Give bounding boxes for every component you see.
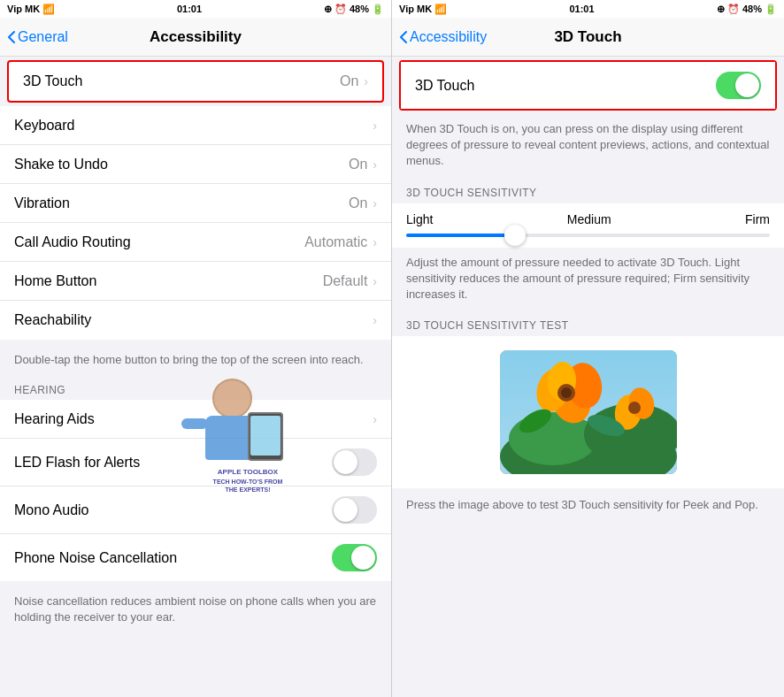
right-3d-touch-toggle[interactable] [716,72,761,99]
vibration-label: Vibration [14,195,349,211]
right-status-bar: Vip MK 📶 01:01 ⊕ ⏰ 48% 🔋 [392,0,784,18]
sensitivity-slider[interactable] [406,234,770,237]
left-nav-title: Accessibility [150,28,242,46]
right-alarm-icon: ⏰ [727,4,740,15]
shake-to-undo-label: Shake to Undo [14,157,349,172]
left-panel: Vip MK 📶 01:01 ⊕ ⏰ 48% 🔋 General Accessi… [0,0,392,697]
right-back-chevron-icon [399,30,408,44]
slider-thumb[interactable] [504,225,526,246]
right-status-right: ⊕ ⏰ 48% 🔋 [717,4,777,15]
hearing-aids-label: Hearing Aids [14,411,373,427]
sensitivity-test-section-header: 3D TOUCH SENSITIVITY TEST [392,311,784,336]
led-flash-toggle-knob [334,450,357,474]
sensitivity-test-label: 3D TOUCH SENSITIVITY TEST [406,319,569,332]
shake-to-undo-chevron-icon: › [373,157,377,172]
keyboard-row[interactable]: Keyboard › [0,106,391,145]
left-status-right: ⊕ ⏰ 48% 🔋 [324,4,384,15]
right-back-label: Accessibility [410,29,487,45]
right-3d-touch-label: 3D Touch [415,78,716,94]
keyboard-label: Keyboard [14,118,373,134]
call-audio-row[interactable]: Call Audio Routing Automatic › [0,223,391,262]
sensitivity-section-header: 3D TOUCH SENSITIVITY [392,179,784,203]
3d-touch-label: 3D Touch [23,73,340,89]
mono-audio-label: Mono Audio [14,502,332,518]
shake-to-undo-row[interactable]: Shake to Undo On › [0,145,391,184]
sensitivity-test-box [392,336,784,488]
hearing-aids-chevron-icon: › [373,412,377,426]
sensitivity-test-image[interactable] [500,350,677,474]
main-settings-group: Keyboard › Shake to Undo On › Vibration … [0,106,391,340]
right-time: 01:01 [569,4,594,14]
noise-note: Noise cancellation reduces ambient noise… [0,588,391,634]
right-back-button[interactable]: Accessibility [399,29,487,45]
right-nav-title: 3D Touch [554,28,621,46]
svg-point-2 [509,412,597,465]
reachability-label: Reachability [14,312,373,328]
flower-svg [500,350,677,474]
svg-point-9 [561,387,572,398]
mono-audio-row[interactable]: Mono Audio [0,486,391,534]
shake-to-undo-value: On [349,157,367,172]
svg-point-12 [628,402,641,414]
reachability-note: Double-tap the home button to bring the … [0,347,391,377]
call-audio-label: Call Audio Routing [14,234,304,250]
left-status-left: Vip MK 📶 [7,4,55,15]
left-back-label: General [18,29,68,45]
phone-noise-toggle-knob [351,546,375,570]
led-flash-row[interactable]: LED Flash for Alerts [0,439,391,486]
keyboard-chevron-icon: › [373,119,377,133]
3d-touch-value: On [340,73,358,89]
slider-labels: Light Medium Firm [406,212,770,226]
vibration-row[interactable]: Vibration On › [0,184,391,223]
left-nav-bar: General Accessibility [0,18,391,57]
right-status-left: Vip MK 📶 [399,4,447,15]
left-time: 01:01 [177,4,202,14]
vibration-value: On [349,195,367,211]
hearing-settings-group: Hearing Aids › LED Flash for Alerts Mono… [0,400,391,581]
phone-noise-row[interactable]: Phone Noise Cancellation [0,534,391,581]
home-button-label: Home Button [14,273,323,289]
led-flash-label: LED Flash for Alerts [14,455,332,471]
right-panel: Vip MK 📶 01:01 ⊕ ⏰ 48% 🔋 Accessibility 3… [392,0,784,697]
wifi-icon: 📶 [42,4,55,15]
sensitivity-slider-container: Light Medium Firm [392,203,784,248]
mono-audio-toggle-knob [334,498,357,522]
call-audio-chevron-icon: › [373,235,377,249]
location-icon: ⊕ [324,4,332,15]
right-battery-icon: 🔋 [765,4,777,15]
left-back-chevron-icon [7,30,16,44]
slider-firm-label: Firm [745,212,770,226]
left-status-bar: Vip MK 📶 01:01 ⊕ ⏰ 48% 🔋 [0,0,391,18]
reachability-row[interactable]: Reachability › [0,301,391,340]
right-carrier: Vip MK [399,4,432,14]
hearing-aids-row[interactable]: Hearing Aids › [0,400,391,439]
slider-light-label: Light [406,212,433,226]
right-3d-touch-toggle-knob [735,73,759,97]
test-note: Press the image above to test 3D Touch s… [392,488,784,520]
home-button-row[interactable]: Home Button Default › [0,262,391,301]
right-3d-touch-row[interactable]: 3D Touch [401,62,775,109]
reachability-chevron-icon: › [373,313,377,327]
slider-note: Adjust the amount of pressure needed to … [392,248,784,312]
led-flash-toggle[interactable] [332,448,377,476]
highlighted-3d-touch-section: 3D Touch On › [7,60,384,103]
left-back-button[interactable]: General [7,29,68,45]
sensitivity-label: 3D TOUCH SENSITIVITY [406,187,537,199]
call-audio-value: Automatic [304,234,367,250]
right-description: When 3D Touch is on, you can press on th… [392,114,784,179]
phone-noise-label: Phone Noise Cancellation [14,550,332,566]
left-carrier: Vip MK [7,4,40,14]
slider-fill [406,234,515,237]
3d-touch-chevron-icon: › [364,74,368,88]
3d-touch-row[interactable]: 3D Touch On › [9,62,382,101]
right-battery: 48% [742,4,762,14]
right-location-icon: ⊕ [717,4,725,15]
mono-audio-toggle[interactable] [332,496,377,524]
home-button-value: Default [323,273,368,289]
vibration-chevron-icon: › [373,196,377,211]
phone-noise-toggle[interactable] [332,544,377,571]
right-highlighted-section: 3D Touch [399,60,777,111]
battery-icon: 🔋 [372,4,384,15]
slider-medium-label: Medium [567,212,611,226]
home-button-chevron-icon: › [373,274,377,288]
